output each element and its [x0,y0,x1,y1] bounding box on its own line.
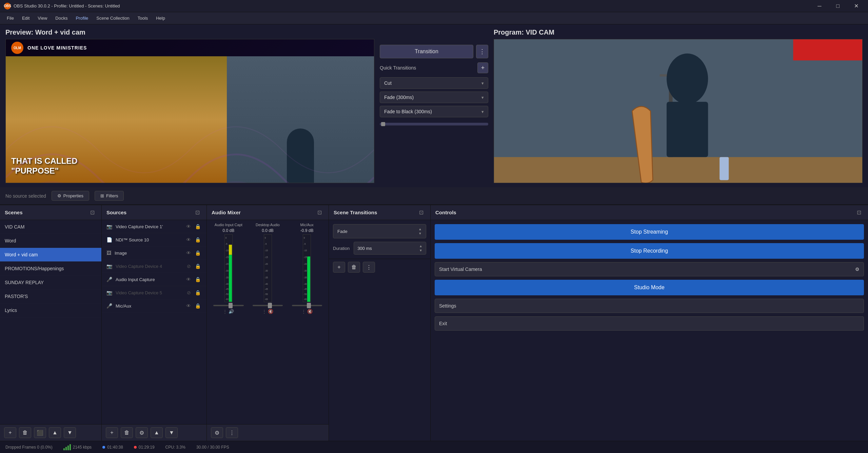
menu-scene-collection[interactable]: Scene Collection [92,14,134,22]
studio-mode-button[interactable]: Studio Mode [435,280,864,295]
channel-meter-micaux[interactable]: 0 -5 -10 -15 -20 -30 -35 -40 -45 -50 -60 [303,234,311,302]
filters-button[interactable]: ⊞ Filters [95,191,124,201]
virtual-camera-settings-icon[interactable]: ⚙ [855,267,860,272]
source-visibility-btn-ndi[interactable]: 👁 [185,237,192,243]
close-button[interactable]: ✕ [848,1,864,11]
program-canvas[interactable] [494,39,863,183]
channel-more-desktop[interactable]: ⋮ [262,309,267,314]
source-lock-btn-micaux[interactable]: 🔒 [194,303,202,309]
scene-item-word[interactable]: Word [0,234,101,248]
add-source-button[interactable]: + [106,427,118,438]
channel-mute-micaux[interactable]: 🔇 [307,309,313,314]
source-item-image[interactable]: 🖼 Image 👁 🔒 [102,247,206,260]
source-item-audio-input[interactable]: 🎤 Audio Input Capture 👁 🔒 [102,273,206,286]
remove-source-button[interactable]: 🗑 [121,427,133,438]
menu-profile[interactable]: Profile [72,14,92,22]
scene-item-promotions[interactable]: PROMOTIONS/Happenings [0,262,101,276]
stop-streaming-button[interactable]: Stop Streaming [435,224,864,240]
source-item-mic-aux[interactable]: 🎤 Mic/Aux 👁 🔒 [102,299,206,313]
audio-more-button[interactable]: ⋮ [226,427,238,438]
channel-meter-input[interactable]: 0 -5 -10 -15 -20 -30 -35 -40 -45 -50 -60 [224,234,233,302]
remove-transition-button[interactable]: 🗑 [348,262,360,273]
stop-recording-button[interactable]: Stop Recording [435,243,864,259]
source-move-up-button[interactable]: ▲ [151,427,163,438]
preview-canvas[interactable]: OLM ONE LOVE MINISTRIES THAT IS CALLED "… [5,39,374,183]
mic-aux-icon: 🎤 [106,303,112,309]
add-scene-button[interactable]: + [4,427,16,438]
transition-more-options-button[interactable]: ⋮ [363,262,375,273]
scene-item-sunday-replay[interactable]: SUNDAY REPLAY [0,276,101,290]
source-settings-button[interactable]: ⚙ [136,427,148,438]
fader-input[interactable] [213,305,243,306]
scene-item-word-vid-cam[interactable]: Word + vid cam [0,248,101,262]
source-item-video-capture-1[interactable]: 📷 Video Capture Device 1' 👁 🔒 [102,220,206,233]
menu-file[interactable]: File [3,14,18,22]
scenes-panel-options-button[interactable]: ⊡ [88,209,97,216]
maximize-button[interactable]: □ [830,1,846,11]
fade-dropdown[interactable]: Fade ▲ ▼ [333,224,426,238]
source-lock-btn-4[interactable]: 🔒 [194,263,202,269]
channel-mute-input[interactable]: 🔊 [229,309,234,314]
menu-tools[interactable]: Tools [134,14,152,22]
scene-item-vid-cam[interactable]: VID CAM [0,220,101,234]
audio-settings-button[interactable]: ⚙ [211,427,223,438]
cut-transition-row[interactable]: Cut ▾ [380,77,488,89]
source-visibility-btn-micaux[interactable]: 👁 [185,303,192,309]
channel-mute-desktop[interactable]: 🔇 [268,309,273,314]
source-visibility-btn-5[interactable]: ⊘ [186,290,192,296]
fade-to-black-transition-row[interactable]: Fade to Black (300ms) ▾ [380,106,488,117]
minimize-button[interactable]: ─ [812,1,827,11]
channel-meter-desktop[interactable]: 0 -5 -10 -15 -20 -30 -35 -40 -45 -50 -60 [264,234,272,302]
fade-transition-row[interactable]: Fade (300ms) ▾ [380,92,488,103]
sources-panel-options-button[interactable]: ⊡ [193,209,202,216]
exit-button[interactable]: Exit [435,316,864,331]
duration-input[interactable]: 300 ms ▲ ▼ [354,242,426,255]
transition-button[interactable]: Transition [380,45,473,58]
menu-edit[interactable]: Edit [18,14,34,22]
add-transition-button[interactable]: + [333,262,345,273]
channel-more-micaux[interactable]: ⋮ [301,309,306,314]
source-visibility-btn-1[interactable]: 👁 [185,223,192,230]
audio-panel-options-button[interactable]: ⊡ [315,209,324,216]
source-lock-btn-audio[interactable]: 🔒 [194,276,202,282]
source-lock-btn-image[interactable]: 🔒 [194,250,202,256]
menu-help[interactable]: Help [152,14,169,22]
source-item-ndi[interactable]: 📄 NDI™ Source 10 👁 🔒 [102,233,206,247]
scene-filter-button[interactable]: ⬛ [34,427,46,438]
source-move-down-button[interactable]: ▼ [165,427,178,438]
source-visibility-btn-image[interactable]: 👁 [185,250,192,256]
transitions-panel-options-button[interactable]: ⊡ [417,209,426,216]
scene-item-lyrics[interactable]: Lyrics [0,303,101,317]
source-lock-btn-5[interactable]: 🔒 [194,290,202,296]
controls-panel-options-button[interactable]: ⊡ [855,209,863,216]
scene-item-pastors[interactable]: PASTOR'S [0,290,101,303]
properties-button[interactable]: ⚙ Properties [52,191,89,201]
source-lock-btn-1[interactable]: 🔒 [194,223,202,230]
channel-db-input: 0.0 dB [222,228,234,233]
remove-scene-button[interactable]: 🗑 [19,427,31,438]
source-visibility-btn-audio[interactable]: 👁 [185,276,192,282]
add-quick-transition-button[interactable]: + [477,62,488,73]
no-source-text: No source selected [5,193,46,199]
source-lock-btn-ndi[interactable]: 🔒 [194,237,202,243]
menu-docks[interactable]: Docks [51,14,72,22]
scene-move-down-button[interactable]: ▼ [64,427,76,438]
menu-view[interactable]: View [34,14,51,22]
fader-desktop[interactable] [253,305,283,306]
fader-micaux[interactable] [292,305,322,306]
source-visibility-btn-4[interactable]: ⊘ [186,263,192,269]
settings-button[interactable]: Settings [435,299,864,313]
transition-more-button[interactable]: ⋮ [476,45,488,58]
scene-move-up-button[interactable]: ▲ [49,427,61,438]
transition-slider-row[interactable] [380,120,488,128]
channel-more-input[interactable]: ⋮ [223,309,227,314]
source-item-video-capture-5[interactable]: 📷 Video Capture Device 5 ⊘ 🔒 [102,286,206,299]
start-virtual-camera-button[interactable]: Start Virtual Camera ⚙ [435,262,864,276]
channel-name-desktop: Desktop Audio [256,223,280,227]
svg-text:-45: -45 [304,288,307,290]
svg-text:-35: -35 [264,276,268,278]
svg-text:-60: -60 [264,298,268,300]
channel-db-micaux: -0.9 dB [300,228,314,233]
source-item-video-capture-4[interactable]: 📷 Video Capture Device 4 ⊘ 🔒 [102,260,206,273]
recording-dot-icon [134,446,137,449]
